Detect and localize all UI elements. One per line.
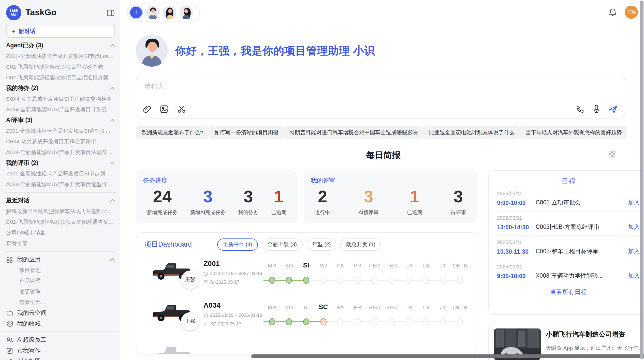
- milestone-dot[interactable]: [269, 277, 275, 284]
- metric-new-ai-done[interactable]: 3 新增AI完成任务: [190, 187, 226, 216]
- add-agent-button[interactable]: +: [129, 5, 143, 19]
- milestone-dot[interactable]: [354, 318, 360, 325]
- milestone-dot[interactable]: [389, 318, 395, 325]
- section-agent-done[interactable]: Agent已办 (3): [6, 40, 115, 51]
- image-icon[interactable]: [160, 105, 168, 113]
- schedule-title: 日程: [497, 176, 640, 187]
- app-item-change-mgmt[interactable]: 变更管理: [6, 286, 115, 297]
- milestone-dot[interactable]: [389, 277, 395, 284]
- milestone-dot[interactable]: [457, 318, 463, 325]
- join-button[interactable]: 加入: [628, 272, 640, 280]
- project-row-z001[interactable]: 王强 Z001 2023-12-19 ~ 2027-01-19: [144, 257, 469, 298]
- milestone-dot[interactable]: [440, 318, 446, 325]
- milestone-dot-overdue[interactable]: [320, 318, 326, 325]
- agent-avatar-1[interactable]: [146, 5, 160, 19]
- app-item-product-mgmt[interactable]: 产品管理: [6, 276, 115, 286]
- milestone-dot[interactable]: [303, 318, 309, 325]
- sidebar-collapse-icon[interactable]: [106, 8, 115, 17]
- milestone-dot[interactable]: [286, 318, 292, 325]
- view-all-schedule-link[interactable]: 查看所有日程: [497, 284, 640, 296]
- suggestion-chip[interactable]: 比亚迪全固态电池计划具体说了什么: [423, 126, 520, 139]
- metric-new-done[interactable]: 24 新增完成任务: [147, 187, 178, 216]
- sidebar-item[interactable]: C0X4-动力总成开发项目SI里程碑提交物检查: [6, 94, 115, 104]
- join-button[interactable]: 加入: [628, 199, 640, 206]
- sidebar-item[interactable]: C02-飞腾新能源轻客改款项目立项汇报方案: [6, 72, 115, 83]
- layout-grid-icon[interactable]: [608, 151, 616, 158]
- section-recent-chats[interactable]: 最近对话: [6, 195, 115, 206]
- voice-call-icon[interactable]: [576, 105, 584, 113]
- milestone-dot[interactable]: [354, 277, 360, 284]
- milestone-dot[interactable]: [372, 318, 378, 325]
- metric-review-overdue[interactable]: 1 已逾期: [407, 187, 422, 216]
- milestone-dot[interactable]: [440, 277, 446, 284]
- sidebar-item[interactable]: C0X4-动力总成开发项目工程变更评审: [6, 136, 115, 147]
- milestone-dot[interactable]: [337, 277, 343, 284]
- sidebar-item[interactable]: Z001-全新燃油轻卡产品开发项目SI节点属性5D文件评审: [6, 168, 115, 179]
- sidebar-item-help-me-write[interactable]: 帮我写作: [6, 345, 115, 356]
- section-my-review[interactable]: 我的评审 (2): [6, 158, 115, 168]
- suggestion-chip[interactable]: 当下年轻人对汽车外观有怎样的喜好趋势: [520, 126, 627, 139]
- sidebar-item-creative-drawing[interactable]: 创意制图: [6, 356, 115, 360]
- filter-chip-platform[interactable]: 全新平台 (4): [217, 238, 258, 251]
- metric-overdue[interactable]: 1 已逾期: [271, 187, 286, 216]
- project-row-a034[interactable]: 王强 A034 2023-12-19 ~ 2026-01-19: [144, 299, 469, 340]
- suggestion-chip[interactable]: 特朗普可能对进口汽车增税会对中国车企造成哪些影响: [284, 126, 423, 139]
- metric-pending-review[interactable]: 3 待评审: [451, 187, 466, 216]
- user-avatar[interactable]: 王强: [625, 6, 638, 19]
- logo-text-bottom: Go: [11, 13, 17, 17]
- agent-avatar-2[interactable]: [163, 5, 177, 19]
- join-button[interactable]: 加入: [628, 223, 640, 231]
- milestone-dot[interactable]: [406, 277, 412, 284]
- clock-icon: [203, 313, 208, 318]
- app-item-project-mgmt[interactable]: 项目管理: [6, 265, 115, 276]
- view-all-apps-link[interactable]: 查看全部...: [6, 297, 115, 308]
- microphone-icon[interactable]: [593, 105, 600, 113]
- milestone-dot[interactable]: [269, 318, 275, 325]
- milestone-dot[interactable]: [286, 277, 292, 284]
- agent-avatar-3[interactable]: [180, 5, 193, 19]
- recent-chat-item[interactable]: C02-飞腾新能源轻客改款项目的闭环通告反馈情况: [6, 217, 115, 227]
- metric-my-todo[interactable]: 3 我的待办: [238, 187, 258, 216]
- metric-ai-prereview[interactable]: 3 AI预评审: [359, 187, 379, 216]
- sidebar-item-ai-employees[interactable]: AI超级员工: [6, 335, 115, 345]
- milestone-dot[interactable]: [423, 318, 429, 325]
- suggestion-chip[interactable]: 如何写一份清晰的项目周报: [209, 126, 284, 139]
- milestone-dot[interactable]: [337, 318, 343, 325]
- milestone-dot[interactable]: [406, 318, 412, 325]
- metric-in-progress[interactable]: 2 进行中: [315, 187, 330, 216]
- filter-chip-body[interactable]: 全新上装 (3): [262, 238, 303, 251]
- join-button[interactable]: 加入: [628, 248, 640, 255]
- vertical-scrollbar[interactable]: [640, 1, 643, 359]
- suggestion-chip[interactable]: 欧洲新规最近颁布了什么?: [136, 126, 209, 139]
- send-icon[interactable]: [609, 105, 618, 113]
- sidebar-item[interactable]: Z001-全新燃油皮卡产品开发项目SI节点Lesson Learn报告: [6, 51, 115, 62]
- milestone-dot[interactable]: [457, 277, 463, 284]
- section-my-todo[interactable]: 我的待办 (2): [6, 83, 115, 94]
- sidebar-item-favorites[interactable]: 我的收藏: [6, 318, 115, 329]
- horizontal-scrollbar[interactable]: [251, 354, 644, 358]
- recent-chat-item[interactable]: 公司Q3轻卡销量: [6, 227, 115, 238]
- sidebar-item[interactable]: A034-全新新能源MUV产品开发项目法规符合性评审: [6, 147, 115, 158]
- plus-icon: +: [12, 27, 16, 35]
- sidebar-item-my-apps[interactable]: 我的应用: [6, 254, 115, 265]
- notification-bell-icon[interactable]: [609, 8, 617, 16]
- recent-chat-item[interactable]: 解释最新出台的欧盟报废车法规再生塑料比例被调至15%...: [6, 206, 115, 217]
- milestone-dot[interactable]: [320, 277, 326, 284]
- sidebar-item[interactable]: A034-全新新能源MUV产品开发项目计划变更表编写: [6, 104, 115, 115]
- filter-chip-year[interactable]: 年型 (2): [306, 238, 336, 251]
- sidebar-item[interactable]: Z001-全新燃油轻卡产品开发项目SI造型提交物评审: [6, 126, 115, 136]
- new-chat-label: 新对话: [19, 27, 35, 35]
- milestone-dot[interactable]: [372, 277, 378, 284]
- section-ai-review[interactable]: AI评审 (3): [6, 115, 115, 126]
- milestone-dot[interactable]: [423, 277, 429, 284]
- milestone-dot[interactable]: [303, 277, 309, 284]
- scissors-icon[interactable]: [178, 105, 186, 113]
- attachment-icon[interactable]: [143, 105, 151, 113]
- sidebar-item[interactable]: A034-全新新能源MUV产品开发项目造型可行性评审: [6, 179, 115, 190]
- sidebar-item[interactable]: C02-飞腾新能源轻客改款项目里程碑画布: [6, 62, 115, 72]
- filter-chip-powertrain[interactable]: 动总开发 (1): [341, 238, 381, 251]
- new-chat-button[interactable]: + 新对话: [6, 25, 115, 38]
- view-all-chats-link[interactable]: 查看全部...: [6, 238, 115, 249]
- sidebar-item-cloud-space[interactable]: 我的云空间: [6, 308, 115, 318]
- chat-input[interactable]: [143, 82, 620, 91]
